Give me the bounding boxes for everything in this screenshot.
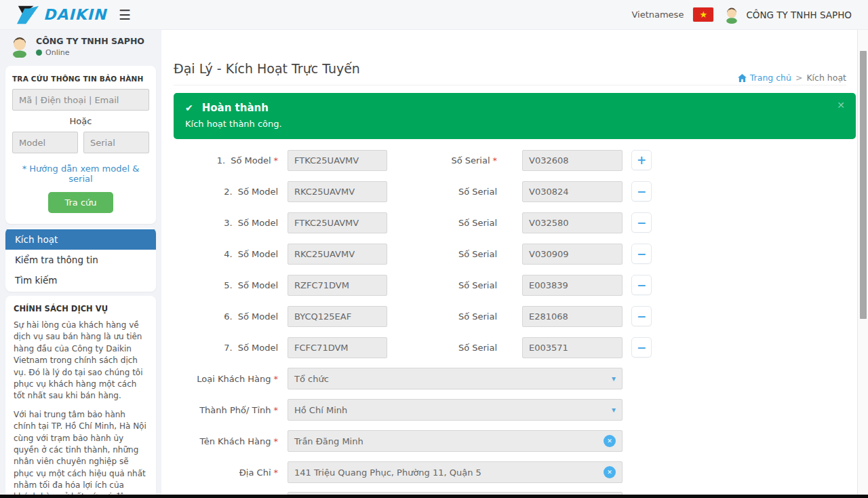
model-serial-rows: 1.Số Model* FTKC25UAVMV Số Serial* V0326…: [174, 145, 846, 363]
language-label: Vietnamese: [631, 9, 684, 20]
minus-icon: −: [637, 185, 646, 198]
header-user-name: CÔNG TY TNHH SAPHO: [746, 9, 852, 20]
serial-value-input[interactable]: V032608: [522, 150, 623, 171]
model-serial-guide-link[interactable]: * Hướng dẫn xem model & serial: [12, 164, 149, 184]
online-status-dot: [36, 50, 42, 56]
user-avatar-icon: [723, 6, 741, 24]
lookup-panel-title: TRA CỨU THÔNG TIN BẢO HÀNH: [12, 75, 149, 83]
serial-value-input[interactable]: V032580: [522, 212, 623, 233]
serial-value-input[interactable]: V030824: [522, 181, 623, 202]
chevron-down-icon: ▾: [612, 374, 616, 383]
add-row-button[interactable]: +: [631, 150, 652, 170]
model-serial-row: 5.Số Model RZFC71DVM Số Serial E003839 −: [174, 269, 846, 301]
policy-title: CHÍNH SÁCH DỊCH VỤ: [14, 304, 148, 313]
customer-type-label: Loại Khách Hàng*: [174, 374, 278, 384]
serial-label: Số Serial: [387, 218, 497, 228]
model-serial-row: 1.Số Model* FTKC25UAVMV Số Serial* V0326…: [174, 145, 846, 176]
next-field-row-partial: ▾: [174, 488, 846, 495]
main-content: Trang chủ > Kích hoạt Đại Lý - Kích Hoạt…: [161, 30, 857, 495]
remove-row-button[interactable]: −: [631, 212, 652, 233]
top-header: DAIKIN ☰ Vietnamese ★ CÔNG TY TNHH SAPHO: [0, 0, 868, 30]
breadcrumb-home-link[interactable]: Trang chủ: [738, 73, 791, 83]
daikin-logo-icon: [16, 5, 39, 25]
address-row: Địa Chỉ* 141 Triệu Quang Phục, Phường 11…: [174, 457, 846, 488]
model-label: 2.Số Model: [174, 187, 278, 197]
sidebar-nav-item[interactable]: Kiểm tra thông tin: [5, 250, 156, 270]
model-label: 1.Số Model*: [174, 155, 278, 166]
sidebar-user-panel: CÔNG TY TNHH SAPHO Online: [0, 30, 161, 62]
model-value-input[interactable]: RKC25UAVMV: [288, 244, 387, 265]
chevron-down-icon: ▾: [612, 405, 616, 415]
code-phone-email-input[interactable]: [12, 89, 149, 111]
remove-row-button[interactable]: −: [631, 181, 652, 202]
lookup-button[interactable]: Tra cứu: [48, 192, 113, 213]
model-label: 6.Số Model: [174, 311, 278, 322]
city-select[interactable]: Hồ Chí Minh ▾: [288, 399, 623, 421]
minus-icon: −: [637, 216, 646, 229]
sidebar-nav-item[interactable]: Kích hoạt: [5, 229, 156, 250]
serial-label: Số Serial: [387, 187, 497, 197]
model-input[interactable]: [12, 132, 78, 153]
header-user-menu[interactable]: CÔNG TY TNHH SAPHO: [723, 6, 852, 24]
home-icon: [738, 74, 747, 82]
city-row: Thành Phố/ Tỉnh* Hồ Chí Minh ▾: [174, 394, 846, 425]
success-alert: ✔ Hoàn thành Kích hoạt thành công. ✕: [174, 93, 856, 139]
model-value-input[interactable]: FTKC25UAVMV: [288, 150, 387, 171]
breadcrumb-separator: >: [795, 73, 802, 83]
model-label: 7.Số Model: [174, 343, 278, 353]
brand-name: DAIKIN: [43, 6, 106, 23]
vietnam-flag-icon[interactable]: ★: [693, 7, 713, 22]
model-label: 4.Số Model: [174, 249, 278, 259]
remove-row-button[interactable]: −: [631, 244, 652, 264]
serial-input[interactable]: [83, 132, 149, 153]
remove-row-button[interactable]: −: [631, 337, 652, 358]
activation-form: 1.Số Model* FTKC25UAVMV Số Serial* V0326…: [174, 145, 846, 495]
breadcrumb: Trang chủ > Kích hoạt: [738, 73, 846, 83]
customer-type-select[interactable]: Tổ chức ▾: [288, 368, 623, 389]
sidebar-user-name: CÔNG TY TNHH SAPHO: [36, 36, 144, 46]
serial-label: Số Serial: [387, 249, 497, 259]
remove-row-button[interactable]: −: [631, 275, 652, 295]
daikin-logo[interactable]: DAIKIN: [16, 5, 106, 25]
address-input[interactable]: 141 Triệu Quang Phục, Phường 11, Quận 5 …: [288, 461, 623, 483]
plus-icon: +: [637, 153, 646, 167]
model-serial-row: 4.Số Model RKC25UAVMV Số Serial V030909 …: [174, 238, 846, 269]
customer-name-input[interactable]: Trần Đăng Minh ✕: [288, 430, 623, 452]
model-value-input[interactable]: RKC25UAVMV: [288, 181, 387, 202]
or-label: Hoặc: [12, 116, 149, 126]
serial-label: Số Serial: [387, 343, 497, 353]
alert-message: Kích hoạt thành công.: [185, 119, 844, 129]
clear-icon[interactable]: ✕: [604, 466, 616, 478]
service-policy-panel: CHÍNH SÁCH DỊCH VỤ Sự hài lòng của khách…: [5, 296, 156, 495]
serial-value-input[interactable]: E003839: [522, 275, 623, 296]
serial-value-input[interactable]: E003571: [522, 337, 623, 358]
hamburger-menu-icon[interactable]: ☰: [119, 8, 131, 22]
serial-value-input[interactable]: E281068: [522, 306, 623, 327]
sidebar-nav-item[interactable]: Tìm kiếm: [5, 270, 156, 290]
customer-name-label: Tên Khách Hàng*: [174, 436, 278, 446]
model-serial-row: 3.Số Model FTKC25UAVMV Số Serial V032580…: [174, 207, 846, 238]
serial-value-input[interactable]: V030909: [522, 244, 623, 265]
serial-label: Số Serial*: [387, 155, 497, 166]
remove-row-button[interactable]: −: [631, 306, 652, 326]
model-value-input[interactable]: BYCQ125EAF: [288, 306, 387, 327]
alert-title: Hoàn thành: [202, 102, 269, 114]
city-label: Thành Phố/ Tỉnh*: [174, 405, 278, 415]
model-value-input[interactable]: RZFC71DVM: [288, 275, 387, 296]
serial-label: Số Serial: [387, 311, 497, 322]
minus-icon: −: [637, 341, 646, 354]
scrollbar-track[interactable]: [857, 30, 868, 495]
customer-type-row: Loại Khách Hàng* Tổ chức ▾: [174, 363, 846, 394]
model-value-input[interactable]: FCFC71DVM: [288, 337, 387, 358]
breadcrumb-current: Kích hoạt: [806, 73, 846, 83]
model-value-input[interactable]: FTKC25UAVMV: [288, 212, 387, 233]
sidebar-avatar-icon: [9, 36, 30, 58]
scrollbar-thumb[interactable]: [860, 51, 867, 319]
serial-label: Số Serial: [387, 280, 497, 290]
model-label: 3.Số Model: [174, 218, 278, 228]
clear-icon[interactable]: ✕: [604, 435, 616, 447]
close-icon[interactable]: ✕: [837, 100, 845, 111]
sidebar: CÔNG TY TNHH SAPHO Online TRA CỨU THÔNG …: [0, 30, 161, 495]
model-serial-row: 6.Số Model BYCQ125EAF Số Serial E281068 …: [174, 301, 846, 332]
model-label: 5.Số Model: [174, 280, 278, 290]
